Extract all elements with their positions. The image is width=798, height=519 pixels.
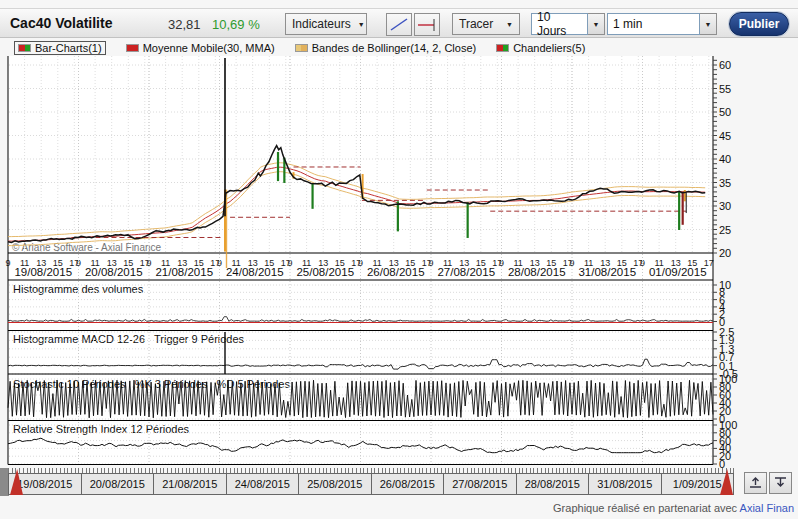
date-tick-label: 27/08/2015 <box>437 266 495 278</box>
chevron-down-icon[interactable]: ▼ <box>588 13 605 35</box>
expand-pane-button[interactable] <box>744 472 767 494</box>
navigator-date-cell[interactable]: 25/08/2015 <box>299 474 372 494</box>
hour-tick-label: 9 <box>428 258 433 268</box>
legend-swatch-icon <box>295 44 308 52</box>
hour-tick-label: 9 <box>358 258 363 268</box>
trendline-tool-button[interactable] <box>386 13 412 36</box>
legend-item[interactable]: Bandes de Bollinger(14, 2, Close) <box>295 42 476 54</box>
time-scrollbar[interactable]: 19/08/201520/08/201521/08/201524/08/2015… <box>8 468 734 496</box>
navigator-date-cell[interactable]: 27/08/2015 <box>444 474 517 494</box>
navigator-date-cell[interactable]: 20/08/2015 <box>82 474 155 494</box>
toolbar: Cac40 Volatilite 32,81 10,69 % Indicateu… <box>0 8 798 38</box>
interval-select[interactable]: 1 min ▼ <box>607 13 717 35</box>
tracer-dropdown[interactable]: Tracer ▼ <box>452 13 520 35</box>
footer: Graphique réalisé en partenariat avec Ax… <box>553 502 794 514</box>
legend-item-label: Bar-Charts(1) <box>35 42 102 54</box>
date-tick-label: 19/08/2015 <box>14 266 72 278</box>
date-tick-label: 20/08/2015 <box>85 266 143 278</box>
stochastic-panel-label: Stochastic 10 Périodes %K 3 Périodes %D … <box>13 378 290 390</box>
horizontal-line-tool-button[interactable] <box>414 13 440 36</box>
chevron-down-icon[interactable]: ▼ <box>700 13 717 35</box>
macd-panel-label: Histogramme MACD 12-26 Trigger 9 Période… <box>13 333 244 345</box>
rsi-panel-label: Relative Strength Index 12 Périodes <box>13 423 189 435</box>
interval-select-value: 1 min <box>607 13 700 35</box>
footer-text: Graphique réalisé en partenariat avec <box>553 502 740 514</box>
date-tick-label: 26/08/2015 <box>367 266 425 278</box>
navigator-date-cell[interactable]: 28/08/2015 <box>517 474 590 494</box>
main-axis-tick-label: 30 <box>719 200 731 212</box>
legend-item-label: Moyenne Mobile(30, MMA) <box>143 42 275 54</box>
collapse-pane-button[interactable] <box>769 472 792 494</box>
indicators-dropdown[interactable]: Indicateurs ▼ <box>285 13 367 35</box>
arrow-up-to-line-icon <box>747 474 764 490</box>
horizontal-line-icon <box>415 14 439 35</box>
main-axis-tick-label: 35 <box>719 177 731 189</box>
indicators-dropdown-label: Indicateurs <box>292 17 351 31</box>
navigator-date-cell[interactable]: 24/08/2015 <box>227 474 300 494</box>
main-axis-tick-label: 55 <box>719 83 731 95</box>
legend: Bar-Charts(1)Moyenne Mobile(30, MMA)Band… <box>14 41 585 55</box>
last-value: 32,81 <box>168 17 201 32</box>
legend-swatch-icon <box>496 44 509 52</box>
axial-finance-link[interactable]: Axial Finan <box>740 502 794 514</box>
legend-item[interactable]: Chandeliers(5) <box>496 42 585 54</box>
hour-tick-label: 9 <box>569 258 574 268</box>
legend-swatch-icon <box>18 44 31 52</box>
change-percent: 10,69 % <box>212 17 260 32</box>
hour-tick-label: 9 <box>5 258 10 268</box>
legend-item[interactable]: Moyenne Mobile(30, MMA) <box>126 42 275 54</box>
period-select[interactable]: 10 Jours ▼ <box>531 13 605 35</box>
arrow-down-from-line-icon <box>772 474 789 490</box>
trendline-icon <box>387 14 411 35</box>
hour-tick-label: 9 <box>499 258 504 268</box>
legend-item-label: Bandes de Bollinger(14, 2, Close) <box>312 42 476 54</box>
main-axis-tick-label: 40 <box>719 153 731 165</box>
hour-tick-label: 9 <box>76 258 81 268</box>
hour-tick-label: 9 <box>146 258 151 268</box>
main-axis-tick-label: 50 <box>719 106 731 118</box>
instrument-title: Cac40 Volatilite <box>10 15 112 31</box>
date-tick-label: 28/08/2015 <box>508 266 566 278</box>
watermark: © Ariane Software - Axial Finance <box>12 242 161 253</box>
main-axis-tick-label: 25 <box>719 224 731 236</box>
publish-button[interactable]: Publier <box>729 12 789 36</box>
navigator-date-cell[interactable]: 31/08/2015 <box>589 474 662 494</box>
navigator-cells[interactable]: 19/08/201520/08/201521/08/201524/08/2015… <box>8 473 734 495</box>
chevron-down-icon: ▼ <box>506 21 513 28</box>
legend-item[interactable]: Bar-Charts(1) <box>14 41 106 55</box>
period-select-value: 10 Jours <box>531 13 588 35</box>
volume-panel-label: Histogramme des volumes <box>13 283 143 295</box>
navigator-date-cell[interactable]: 26/08/2015 <box>372 474 445 494</box>
hour-tick-label: 9 <box>217 258 222 268</box>
hour-tick-label: 9 <box>287 258 292 268</box>
main-axis-tick-label: 45 <box>719 130 731 142</box>
main-axis-tick-label: 60 <box>719 59 731 71</box>
main-axis-tick-label: 20 <box>719 247 731 259</box>
date-tick-label: 25/08/2015 <box>296 266 354 278</box>
date-tick-label: 24/08/2015 <box>226 266 284 278</box>
date-tick-label: 31/08/2015 <box>578 266 636 278</box>
tracer-dropdown-label: Tracer <box>459 17 493 31</box>
navigator-date-cell[interactable]: 21/08/2015 <box>154 474 227 494</box>
legend-swatch-icon <box>126 44 139 52</box>
date-tick-label: 01/09/2015 <box>649 266 707 278</box>
chevron-down-icon: ▼ <box>358 21 365 28</box>
hour-tick-label: 9 <box>640 258 645 268</box>
legend-item-label: Chandeliers(5) <box>513 42 585 54</box>
date-tick-label: 21/08/2015 <box>155 266 213 278</box>
